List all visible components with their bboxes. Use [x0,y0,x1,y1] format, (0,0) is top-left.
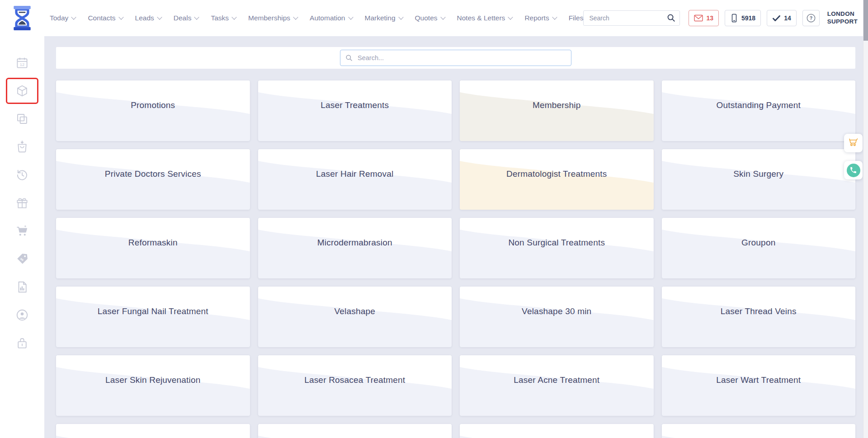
category-card[interactable]: Microdermabrasion [258,218,452,278]
nav-item-notes-letters[interactable]: Notes & Letters [457,14,513,22]
whatsapp-phone-icon [847,164,860,177]
category-card[interactable]: Velashape 30 min [460,287,654,347]
top-navbar: TodayContactsLeadsDealsTasksMembershipsA… [0,0,868,36]
cart-icon [15,224,29,238]
category-card[interactable]: Laser Skin Rejuvenation [56,355,250,416]
card-label: Skin Surgery [662,169,856,179]
category-card-partial[interactable] [460,424,654,438]
tasks-badge[interactable]: 14 [767,10,797,26]
help-badge[interactable]: ? [802,10,820,26]
hourglass-logo-icon[interactable] [12,6,33,30]
card-label: Velashape 30 min [460,306,654,316]
sidebar-item-user[interactable] [6,302,38,328]
sidebar-item-price-tag[interactable]: $ [6,246,38,272]
history-icon [15,168,29,182]
category-card[interactable]: Laser Hair Removal [258,149,452,210]
category-card[interactable]: Laser Fungal Nail Treatment [56,287,250,347]
category-card[interactable]: Skin Surgery [662,149,856,210]
sidebar-item-cart[interactable] [6,218,38,244]
category-card-partial[interactable] [662,424,856,438]
card-label: Laser Wart Treatment [662,375,856,385]
card-wave-decoration [662,424,856,438]
card-label: Velashape [258,306,452,316]
category-card[interactable]: Outstanding Payment [662,80,856,141]
sidebar-item-shopping-bag[interactable] [6,134,38,160]
category-card[interactable]: Laser Rosacea Treatment [258,355,452,416]
category-card-partial[interactable] [258,424,452,438]
card-wave-decoration [258,355,452,391]
lock-icon [15,336,29,350]
calendar-icon: 12 [15,56,29,70]
sidebar-item-gift[interactable] [6,190,38,216]
category-card[interactable]: Laser Treatments [258,80,452,141]
card-wave-decoration [56,424,250,438]
nav-item-contacts[interactable]: Contacts [88,14,123,22]
nav-item-deals[interactable]: Deals [174,14,199,22]
card-label: Microdermabrasion [258,238,452,248]
search-icon[interactable] [667,14,675,22]
vertical-scrollbar[interactable] [863,0,868,438]
shopping-bag-icon [15,140,29,154]
card-wave-decoration [56,149,250,185]
nav-item-label: Leads [135,14,154,22]
card-wave-decoration [662,218,856,254]
category-card[interactable]: Reformaskin [56,218,250,278]
card-wave-decoration [460,287,654,323]
category-card[interactable]: Velashape [258,287,452,347]
sidebar-item-cube[interactable] [6,78,38,104]
nav-item-today[interactable]: Today [50,14,75,22]
card-wave-decoration [460,218,654,254]
category-card[interactable]: Promotions [56,80,250,141]
category-card[interactable]: Laser Wart Treatment [662,355,856,416]
user-name-line2: SUPPORT [827,18,858,26]
card-wave-decoration [662,80,856,117]
chevron-down-icon [118,14,123,19]
card-wave-decoration [56,80,250,117]
category-card[interactable]: Private Doctors Services [56,149,250,210]
card-wave-decoration [258,218,452,254]
sidebar-item-history[interactable] [6,162,38,188]
card-wave-decoration [662,149,856,185]
nav-item-label: Notes & Letters [457,14,505,22]
nav-item-tasks[interactable]: Tasks [211,14,236,22]
nav-item-marketing[interactable]: Marketing [365,14,403,22]
cube-icon [15,84,29,98]
category-card[interactable]: Non Surgical Treatments [460,218,654,278]
category-card[interactable]: Laser Acne Treatment [460,355,654,416]
card-wave-decoration [56,355,250,391]
category-card[interactable]: Dermatologist Treatments [460,149,654,210]
mail-badge[interactable]: 13 [689,10,719,26]
sidebar-item-layers[interactable] [6,106,38,132]
gift-icon [15,196,29,210]
sidebar-item-lock[interactable] [6,330,38,356]
category-card-partial[interactable] [56,424,250,438]
sidebar-item-calendar[interactable]: 12 [6,50,38,76]
card-wave-decoration [460,355,654,391]
card-wave-decoration [258,80,452,117]
nav-item-quotes[interactable]: Quotes [415,14,445,22]
category-search-input[interactable] [340,50,571,66]
nav-item-label: Automation [310,14,345,22]
whatsapp-button[interactable] [844,161,863,179]
nav-item-files[interactable]: Files [569,14,584,22]
main-menu: TodayContactsLeadsDealsTasksMembershipsA… [50,14,583,22]
chevron-down-icon [231,14,236,19]
nav-item-reports[interactable]: Reports [524,14,556,22]
nav-item-leads[interactable]: Leads [135,14,161,22]
category-card[interactable]: Laser Thread Veins [662,287,856,347]
smartphone-icon [730,14,738,23]
global-search-input[interactable] [583,10,680,26]
sidebar-item-report[interactable] [6,274,38,300]
chevron-down-icon [71,14,76,19]
mail-count: 13 [706,14,713,22]
nav-item-automation[interactable]: Automation [310,14,352,22]
scrollbar-thumb[interactable] [863,0,868,41]
phone-badge[interactable]: 5918 [725,10,761,26]
svg-text:12: 12 [20,62,24,67]
layers-icon [15,112,29,126]
nav-item-memberships[interactable]: Memberships [248,14,297,22]
cart-button[interactable] [844,134,863,152]
tasks-count: 14 [784,14,791,22]
category-card[interactable]: Membership [460,80,654,141]
category-card[interactable]: Groupon [662,218,856,278]
